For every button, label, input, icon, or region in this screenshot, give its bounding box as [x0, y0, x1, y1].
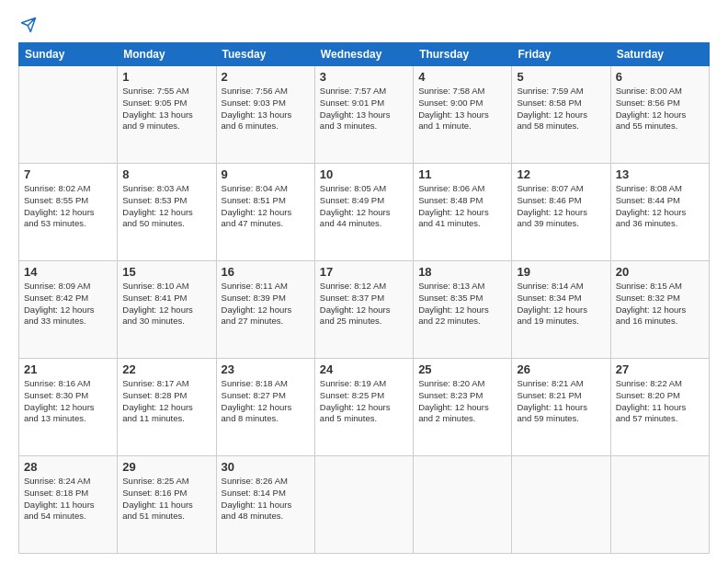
calendar-cell: 23Sunrise: 8:18 AM Sunset: 8:27 PM Dayli… — [216, 359, 314, 456]
calendar-cell: 8Sunrise: 8:03 AM Sunset: 8:53 PM Daylig… — [118, 164, 216, 261]
calendar-cell: 29Sunrise: 8:25 AM Sunset: 8:16 PM Dayli… — [118, 456, 216, 554]
week-row-3: 14Sunrise: 8:09 AM Sunset: 8:42 PM Dayli… — [19, 261, 710, 359]
calendar-cell: 24Sunrise: 8:19 AM Sunset: 8:25 PM Dayli… — [314, 359, 413, 456]
day-number: 7 — [24, 167, 112, 181]
calendar-cell — [512, 456, 610, 554]
calendar-cell: 9Sunrise: 8:04 AM Sunset: 8:51 PM Daylig… — [216, 164, 314, 261]
calendar-cell: 5Sunrise: 7:59 AM Sunset: 8:58 PM Daylig… — [512, 66, 610, 164]
day-info: Sunrise: 8:20 AM Sunset: 8:23 PM Dayligh… — [418, 378, 506, 425]
calendar-cell: 6Sunrise: 8:00 AM Sunset: 8:56 PM Daylig… — [610, 66, 709, 164]
week-row-5: 28Sunrise: 8:24 AM Sunset: 8:18 PM Dayli… — [19, 456, 710, 554]
weekday-header-wednesday: Wednesday — [314, 43, 413, 66]
logo — [18, 17, 37, 33]
weekday-header-row: SundayMondayTuesdayWednesdayThursdayFrid… — [19, 43, 710, 66]
calendar-cell: 30Sunrise: 8:26 AM Sunset: 8:14 PM Dayli… — [216, 456, 314, 554]
page: SundayMondayTuesdayWednesdayThursdayFrid… — [0, 0, 728, 563]
day-info: Sunrise: 8:21 AM Sunset: 8:21 PM Dayligh… — [517, 378, 605, 425]
week-row-1: 1Sunrise: 7:55 AM Sunset: 9:05 PM Daylig… — [19, 66, 710, 164]
calendar-cell — [19, 66, 118, 164]
calendar-cell: 18Sunrise: 8:13 AM Sunset: 8:35 PM Dayli… — [414, 261, 512, 359]
day-number: 18 — [418, 265, 506, 279]
day-info: Sunrise: 8:10 AM Sunset: 8:41 PM Dayligh… — [122, 281, 210, 327]
day-info: Sunrise: 8:25 AM Sunset: 8:16 PM Dayligh… — [122, 476, 210, 523]
calendar-cell: 22Sunrise: 8:17 AM Sunset: 8:28 PM Dayli… — [118, 359, 216, 456]
day-info: Sunrise: 8:18 AM Sunset: 8:27 PM Dayligh… — [222, 378, 310, 425]
day-info: Sunrise: 7:55 AM Sunset: 9:05 PM Dayligh… — [122, 86, 210, 132]
day-number: 13 — [616, 167, 704, 181]
calendar-table: SundayMondayTuesdayWednesdayThursdayFrid… — [18, 42, 710, 554]
day-number: 5 — [517, 70, 605, 84]
day-info: Sunrise: 8:07 AM Sunset: 8:46 PM Dayligh… — [517, 183, 605, 230]
day-info: Sunrise: 8:22 AM Sunset: 8:20 PM Dayligh… — [616, 378, 704, 425]
day-info: Sunrise: 8:24 AM Sunset: 8:18 PM Dayligh… — [24, 476, 112, 523]
day-number: 16 — [222, 265, 310, 279]
calendar-cell: 2Sunrise: 7:56 AM Sunset: 9:03 PM Daylig… — [216, 66, 314, 164]
day-number: 8 — [122, 167, 210, 181]
weekday-header-tuesday: Tuesday — [216, 43, 314, 66]
day-number: 10 — [320, 167, 408, 181]
day-info: Sunrise: 8:05 AM Sunset: 8:49 PM Dayligh… — [320, 183, 408, 230]
day-info: Sunrise: 7:58 AM Sunset: 9:00 PM Dayligh… — [418, 86, 506, 132]
day-number: 12 — [517, 167, 605, 181]
day-number: 20 — [616, 265, 704, 279]
calendar-cell: 27Sunrise: 8:22 AM Sunset: 8:20 PM Dayli… — [610, 359, 709, 456]
day-number: 6 — [616, 70, 704, 84]
day-number: 24 — [320, 362, 408, 376]
day-info: Sunrise: 8:03 AM Sunset: 8:53 PM Dayligh… — [122, 183, 210, 230]
day-number: 15 — [122, 265, 210, 279]
calendar-cell: 11Sunrise: 8:06 AM Sunset: 8:48 PM Dayli… — [414, 164, 512, 261]
day-info: Sunrise: 8:17 AM Sunset: 8:28 PM Dayligh… — [122, 378, 210, 425]
calendar-cell: 10Sunrise: 8:05 AM Sunset: 8:49 PM Dayli… — [314, 164, 413, 261]
day-number: 4 — [418, 70, 506, 84]
day-number: 14 — [24, 265, 112, 279]
day-info: Sunrise: 8:06 AM Sunset: 8:48 PM Dayligh… — [418, 183, 506, 230]
day-number: 2 — [222, 70, 310, 84]
calendar-cell: 14Sunrise: 8:09 AM Sunset: 8:42 PM Dayli… — [19, 261, 118, 359]
calendar-cell: 21Sunrise: 8:16 AM Sunset: 8:30 PM Dayli… — [19, 359, 118, 456]
day-info: Sunrise: 8:19 AM Sunset: 8:25 PM Dayligh… — [320, 378, 408, 425]
calendar-cell: 17Sunrise: 8:12 AM Sunset: 8:37 PM Dayli… — [314, 261, 413, 359]
day-info: Sunrise: 8:15 AM Sunset: 8:32 PM Dayligh… — [616, 281, 704, 327]
header — [18, 17, 710, 33]
day-number: 29 — [122, 460, 210, 474]
day-info: Sunrise: 7:57 AM Sunset: 9:01 PM Dayligh… — [320, 86, 408, 132]
day-info: Sunrise: 8:02 AM Sunset: 8:55 PM Dayligh… — [24, 183, 112, 230]
calendar-cell: 16Sunrise: 8:11 AM Sunset: 8:39 PM Dayli… — [216, 261, 314, 359]
calendar-cell — [610, 456, 709, 554]
calendar-cell: 3Sunrise: 7:57 AM Sunset: 9:01 PM Daylig… — [314, 66, 413, 164]
day-number: 9 — [222, 167, 310, 181]
day-info: Sunrise: 8:14 AM Sunset: 8:34 PM Dayligh… — [517, 281, 605, 327]
weekday-header-thursday: Thursday — [414, 43, 512, 66]
day-number: 27 — [616, 362, 704, 376]
day-info: Sunrise: 8:12 AM Sunset: 8:37 PM Dayligh… — [320, 281, 408, 327]
day-number: 28 — [24, 460, 112, 474]
calendar-cell: 25Sunrise: 8:20 AM Sunset: 8:23 PM Dayli… — [414, 359, 512, 456]
calendar-cell: 15Sunrise: 8:10 AM Sunset: 8:41 PM Dayli… — [118, 261, 216, 359]
weekday-header-saturday: Saturday — [610, 43, 709, 66]
day-number: 1 — [122, 70, 210, 84]
day-info: Sunrise: 8:04 AM Sunset: 8:51 PM Dayligh… — [222, 183, 310, 230]
day-number: 17 — [320, 265, 408, 279]
day-info: Sunrise: 7:56 AM Sunset: 9:03 PM Dayligh… — [222, 86, 310, 132]
day-info: Sunrise: 8:16 AM Sunset: 8:30 PM Dayligh… — [24, 378, 112, 425]
weekday-header-monday: Monday — [118, 43, 216, 66]
day-number: 25 — [418, 362, 506, 376]
week-row-4: 21Sunrise: 8:16 AM Sunset: 8:30 PM Dayli… — [19, 359, 710, 456]
day-info: Sunrise: 8:13 AM Sunset: 8:35 PM Dayligh… — [418, 281, 506, 327]
day-info: Sunrise: 8:00 AM Sunset: 8:56 PM Dayligh… — [616, 86, 704, 132]
day-info: Sunrise: 8:09 AM Sunset: 8:42 PM Dayligh… — [24, 281, 112, 327]
week-row-2: 7Sunrise: 8:02 AM Sunset: 8:55 PM Daylig… — [19, 164, 710, 261]
calendar-cell: 19Sunrise: 8:14 AM Sunset: 8:34 PM Dayli… — [512, 261, 610, 359]
day-number: 3 — [320, 70, 408, 84]
logo-bird-icon — [20, 17, 37, 33]
day-number: 19 — [517, 265, 605, 279]
weekday-header-sunday: Sunday — [19, 43, 118, 66]
logo-text — [18, 17, 37, 33]
calendar-cell: 7Sunrise: 8:02 AM Sunset: 8:55 PM Daylig… — [19, 164, 118, 261]
day-number: 23 — [222, 362, 310, 376]
calendar-cell: 1Sunrise: 7:55 AM Sunset: 9:05 PM Daylig… — [118, 66, 216, 164]
day-info: Sunrise: 8:08 AM Sunset: 8:44 PM Dayligh… — [616, 183, 704, 230]
calendar-cell: 13Sunrise: 8:08 AM Sunset: 8:44 PM Dayli… — [610, 164, 709, 261]
calendar-cell — [314, 456, 413, 554]
calendar-cell: 28Sunrise: 8:24 AM Sunset: 8:18 PM Dayli… — [19, 456, 118, 554]
